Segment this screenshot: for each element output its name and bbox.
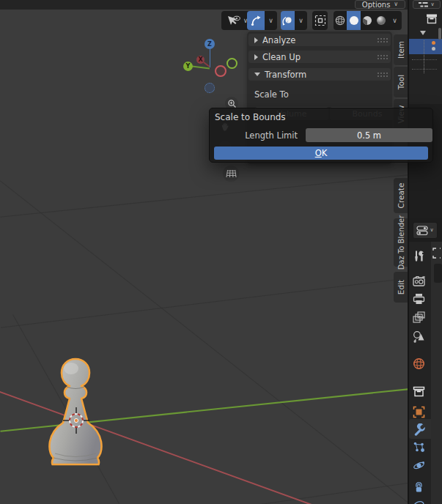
gizmo-z-neg-ball[interactable]	[205, 83, 215, 93]
proportional-editing-dropdown[interactable]: ∨	[295, 11, 307, 30]
panel-label: Analyze	[262, 35, 295, 45]
sidebar-tab-tool[interactable]: Tool	[394, 67, 408, 97]
panel-header-clean-up[interactable]: Clean Up	[248, 51, 391, 63]
collection-icon	[425, 13, 438, 24]
partial-frame-icon	[432, 248, 441, 259]
outliner-display-mode-dropdown[interactable]: ∨	[413, 0, 441, 9]
properties-toggles-icon	[416, 226, 428, 235]
snapping-dropdown[interactable]: ∨	[265, 11, 277, 30]
tab-render-properties[interactable]	[412, 274, 425, 287]
wrench-icon	[413, 423, 425, 436]
outliner-tree-row[interactable]	[412, 59, 437, 60]
topbar: Options ∨ ∨	[0, 0, 442, 10]
shading-mode-group: ∨	[334, 11, 402, 30]
cursor-3d-icon	[63, 407, 89, 434]
tab-tool-properties[interactable]	[412, 249, 425, 262]
sidebar-tab-create[interactable]: Create	[394, 178, 408, 213]
grip-handle-icon[interactable]	[377, 73, 379, 74]
tab-modifier-properties[interactable]	[412, 423, 425, 436]
sidebar-tab-daz-to-blender[interactable]: Daz To Blender	[394, 218, 408, 267]
constraints-icon	[413, 481, 425, 494]
outliner-tree-row[interactable]	[412, 69, 437, 70]
shading-solid-button[interactable]	[347, 11, 361, 30]
camera-back-icon	[413, 275, 425, 286]
tab-world-properties[interactable]	[412, 357, 425, 370]
editor-type-dropdown[interactable]: ∨	[413, 222, 438, 239]
world-icon	[413, 357, 425, 370]
panel-header-analyze[interactable]: Analyze	[248, 34, 391, 46]
panel-header-transform[interactable]: Transform	[248, 68, 391, 81]
outliner-filter-icon	[419, 1, 428, 8]
shading-dropdown[interactable]: ∨	[388, 11, 402, 30]
magnifier-icon	[227, 99, 237, 108]
snap-icon	[251, 15, 262, 26]
mesh-object-icon	[432, 41, 435, 45]
grip-handle-icon[interactable]	[377, 38, 379, 40]
panel-label: Transform	[265, 70, 306, 80]
material-sphere-icon	[362, 15, 372, 26]
grid-line	[1, 483, 408, 504]
grid-line	[1, 278, 408, 327]
printer-icon	[413, 293, 425, 305]
tab-output-properties[interactable]	[412, 292, 425, 305]
solid-sphere-icon	[349, 15, 359, 26]
cursor-eye-icon	[226, 15, 240, 26]
blender-window: Z X Y ∨	[0, 0, 442, 504]
grid-line	[0, 174, 408, 218]
wireframe-sphere-icon	[335, 15, 345, 26]
object-square-icon	[413, 406, 425, 418]
shading-rendered-button[interactable]	[374, 11, 388, 30]
shading-material-button[interactable]	[361, 11, 374, 30]
gizmo-z-ball[interactable]: Z	[205, 39, 215, 49]
xray-toggle[interactable]	[312, 11, 328, 30]
outliner-selected-row[interactable]	[409, 39, 442, 54]
proportional-editing-toggle[interactable]	[281, 11, 295, 30]
tab-data-properties[interactable]	[412, 497, 425, 504]
image-stack-icon	[413, 311, 425, 324]
disclosure-triangle-icon	[254, 73, 260, 76]
scale-to-label: Scale To	[254, 89, 289, 100]
disclosure-triangle-icon	[254, 37, 258, 43]
snapping-toggle[interactable]	[247, 11, 265, 30]
tab-physics-properties[interactable]	[412, 459, 425, 472]
tool-icon	[413, 250, 425, 262]
rendered-sphere-icon	[376, 15, 386, 26]
scene-icon	[413, 330, 425, 343]
xray-icon	[314, 15, 326, 26]
sidebar-tab-edit[interactable]: Edit	[394, 272, 408, 303]
gizmo-x-ball[interactable]: X	[196, 56, 205, 64]
tab-scene-properties[interactable]	[412, 330, 425, 343]
gizmo-y-neg-ball[interactable]	[226, 58, 237, 69]
tab-view-layer-properties[interactable]	[412, 311, 425, 324]
dialog-title: Scale to Bounds	[215, 112, 286, 122]
grid-sphere-icon	[226, 169, 237, 178]
outliner-expand-triangle[interactable]	[420, 31, 426, 35]
topbar-divider	[408, 0, 409, 10]
gizmo-y-ball[interactable]: Y	[183, 62, 193, 71]
ok-button[interactable]: OK	[214, 147, 428, 160]
disclosure-triangle-icon	[254, 54, 258, 60]
object-data-icon	[432, 47, 435, 51]
gizmo-z-line	[210, 48, 211, 67]
length-limit-field[interactable]: 0.5 m	[306, 128, 432, 142]
particles-icon	[413, 441, 425, 453]
grip-handle-icon[interactable]	[377, 55, 379, 56]
shading-wireframe-button[interactable]	[334, 11, 347, 30]
options-label: Options	[362, 1, 391, 9]
perspective-toggle-control[interactable]	[223, 166, 239, 182]
physics-icon	[413, 459, 425, 472]
outliner-scrollbar[interactable]	[438, 28, 441, 40]
scale-to-bounds-dialog: Scale to Bounds Length Limit 0.5 m OK	[209, 108, 433, 163]
panel-label: Clean Up	[262, 52, 301, 62]
tab-collection-properties[interactable]	[412, 385, 425, 398]
tab-object-properties[interactable]	[412, 405, 425, 418]
tab-constraints-properties[interactable]	[412, 481, 425, 494]
partial-button	[434, 264, 442, 283]
options-button[interactable]: Options ∨	[355, 0, 405, 9]
gizmo-x-neg-ball[interactable]	[215, 65, 226, 77]
tab-particles-properties[interactable]	[412, 440, 425, 453]
proportional-editing-icon	[282, 15, 293, 26]
object-data-icon	[413, 499, 425, 504]
collection-box-icon	[413, 386, 425, 397]
sidebar-tab-item[interactable]: Item	[394, 34, 408, 65]
